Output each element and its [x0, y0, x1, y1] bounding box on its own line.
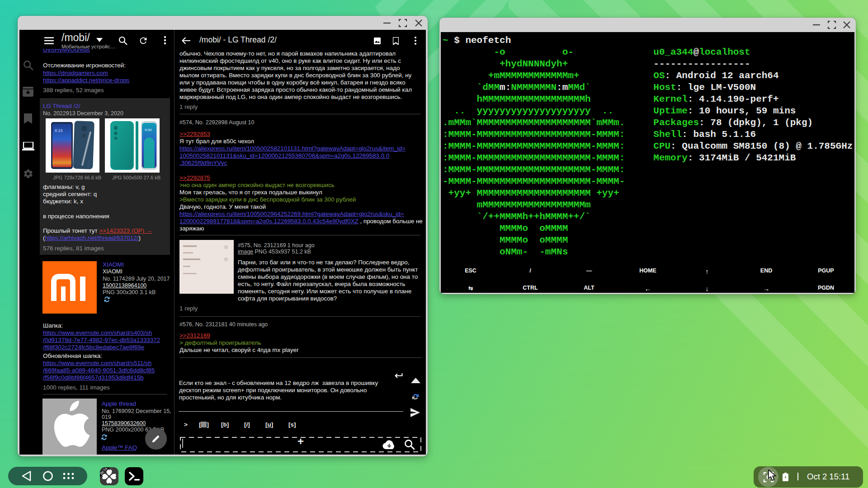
svg-text:9:00: 9:00: [145, 128, 152, 132]
svg-text:8:15: 8:15: [55, 128, 63, 133]
